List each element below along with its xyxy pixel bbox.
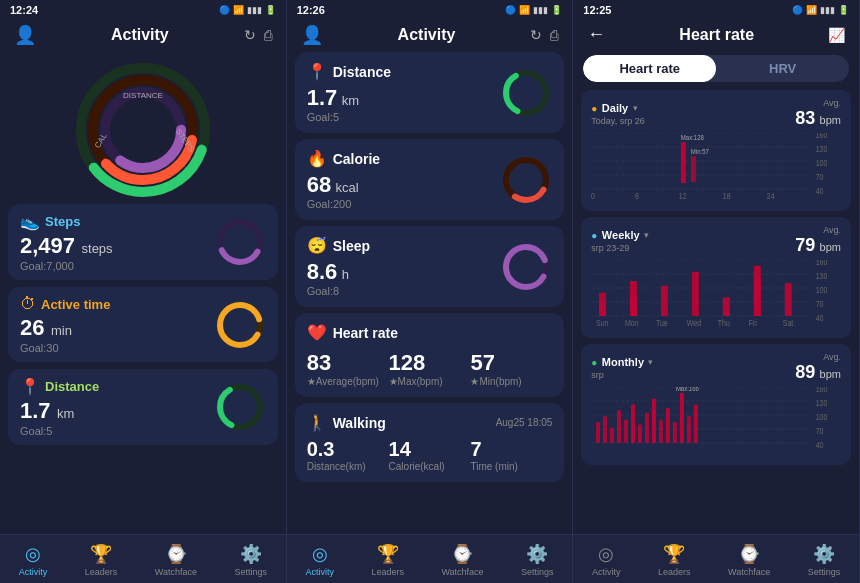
distance-card-2[interactable]: 📍 Distance 1.7 km Goal:5 — [295, 52, 565, 133]
nav-settings-1[interactable]: ⚙️ Settings — [234, 543, 267, 577]
svg-rect-73 — [603, 416, 607, 443]
svg-text:70: 70 — [816, 172, 824, 182]
steps-left: 👟 Steps 2,497 steps Goal:7,000 — [20, 212, 113, 272]
weekly-chevron[interactable]: ▾ — [644, 230, 649, 240]
heart-rate-card[interactable]: ❤️ Heart rate 83 ★Average(bpm) 128 ★Max(… — [295, 313, 565, 397]
walking-card[interactable]: 🚶 Walking Aug25 18:05 0.3 Distance(km) 1… — [295, 403, 565, 482]
steps-label: Steps — [45, 214, 80, 229]
nav-watchface-2[interactable]: ⌚ Watchface — [441, 543, 483, 577]
walk-time-label: Time (min) — [470, 461, 552, 472]
nav-activity-1[interactable]: ◎ Activity — [19, 543, 48, 577]
daily-avg-label: Avg. — [795, 98, 841, 108]
weekly-avg-unit: bpm — [820, 241, 841, 253]
back-button[interactable]: ← — [587, 24, 605, 45]
svg-text:Sun: Sun — [596, 319, 608, 329]
distance-value: 1.7 — [20, 398, 51, 423]
signal-icon: ▮▮▮ — [247, 5, 262, 15]
header-title-2: Activity — [323, 26, 531, 44]
monthly-sub: srp — [591, 370, 653, 380]
svg-rect-84 — [680, 393, 684, 443]
sleep-card[interactable]: 😴 Sleep 8.6 h Goal:8 — [295, 226, 565, 307]
signal-icon-3: ▮▮▮ — [820, 5, 835, 15]
share-icon[interactable]: ⎙ — [264, 27, 272, 43]
walk-dist-label: Distance(km) — [307, 461, 389, 472]
nav-watch-icon-3: ⌚ — [738, 543, 760, 565]
svg-rect-48 — [630, 295, 637, 316]
tab-hrv[interactable]: HRV — [716, 55, 849, 82]
nav-leaders-3[interactable]: 🏆 Leaders — [658, 543, 691, 577]
svg-text:40: 40 — [816, 186, 824, 196]
calorie-title: Calorie — [333, 151, 380, 167]
activity-ring-svg: DISTANCE CAL STEPS — [73, 60, 213, 200]
hr-min-val: 57 — [470, 350, 552, 376]
nav-act-label-3: Activity — [592, 567, 621, 577]
distance-card[interactable]: 📍 Distance 1.7 km Goal:5 — [8, 369, 278, 445]
nav-settings-2[interactable]: ⚙️ Settings — [521, 543, 554, 577]
header-title-3: Heart rate — [605, 26, 828, 44]
active-time-card[interactable]: ⏱ Active time 26 min Goal:30 — [8, 287, 278, 362]
svg-text:100: 100 — [816, 412, 828, 422]
chart-icon[interactable]: 📈 — [828, 27, 845, 43]
hr-title: Heart rate — [333, 325, 398, 341]
svg-point-12 — [220, 305, 260, 345]
nav-activity-2[interactable]: ◎ Activity — [305, 543, 334, 577]
monthly-avg-label: Avg. — [795, 352, 841, 362]
daily-avg-val: 83 — [795, 108, 815, 128]
svg-rect-76 — [624, 420, 628, 443]
nav-settings-3[interactable]: ⚙️ Settings — [808, 543, 841, 577]
monthly-label: Monthly — [602, 356, 644, 368]
bottom-nav-2: ◎ Activity 🏆 Leaders ⌚ Watchface ⚙️ Sett… — [287, 534, 573, 583]
distance-unit: km — [57, 406, 74, 421]
panel-heart-rate: 12:25 🔵 📶 ▮▮▮ 🔋 ← Heart rate 📈 Heart rat… — [573, 0, 860, 583]
sleep-ring — [500, 241, 552, 293]
weekly-chart-body: 160 130 100 70 40 Sun Mon Tue Wed Thu Fr… — [591, 260, 841, 330]
calorie-card[interactable]: 🔥 Calorie 68 kcal Goal:200 — [295, 139, 565, 220]
nav-lead-icon-2: 🏆 — [377, 543, 399, 565]
nav-watchface-3[interactable]: ⌚ Watchface — [728, 543, 770, 577]
nav-lead-icon-3: 🏆 — [663, 543, 685, 565]
active-value: 26 — [20, 315, 44, 340]
distance-title-2: Distance — [333, 64, 391, 80]
svg-rect-74 — [610, 428, 614, 443]
nav-act-icon-3: ◎ — [598, 543, 614, 565]
daily-chevron[interactable]: ▾ — [633, 103, 638, 113]
refresh-icon[interactable]: ↻ — [244, 27, 256, 43]
panel-activity-overview: 12:24 🔵 📶 ▮▮▮ 🔋 👤 Activity ↻ ⎙ — [0, 0, 287, 583]
nav-activity-3[interactable]: ◎ Activity — [592, 543, 621, 577]
wifi-icon: 📶 — [233, 5, 244, 15]
monthly-chevron[interactable]: ▾ — [648, 357, 653, 367]
refresh-icon-2[interactable]: ↻ — [530, 27, 542, 43]
steps-icon: 👟 — [20, 212, 40, 231]
share-icon-2[interactable]: ⎙ — [550, 27, 558, 43]
nav-watchface-1[interactable]: ⌚ Watchface — [155, 543, 197, 577]
status-icons-1: 🔵 📶 ▮▮▮ 🔋 — [219, 5, 276, 15]
steps-card[interactable]: 👟 Steps 2,497 steps Goal:7,000 — [8, 204, 278, 280]
hr-min-label: ★Min(bpm) — [470, 376, 552, 387]
active-mini-ring — [214, 299, 266, 351]
hr-max-label: ★Max(bpm) — [389, 376, 471, 387]
nav-set-icon-2: ⚙️ — [526, 543, 548, 565]
nav-leaders-2[interactable]: 🏆 Leaders — [371, 543, 404, 577]
svg-text:Max:128: Max:128 — [681, 134, 704, 142]
distance-goal-2: Goal:5 — [307, 111, 391, 123]
svg-text:18: 18 — [723, 192, 731, 202]
calorie-icon: 🔥 — [307, 149, 327, 168]
weekly-chart-svg: 160 130 100 70 40 Sun Mon Tue Wed Thu Fr… — [591, 260, 841, 330]
svg-rect-78 — [638, 424, 642, 443]
scroll-content-2: 📍 Distance 1.7 km Goal:5 🔥 Calorie — [287, 52, 573, 534]
distance-icon-2: 📍 — [307, 62, 327, 81]
hr-avg-val: 83 — [307, 350, 389, 376]
monthly-avg-unit: bpm — [820, 368, 841, 380]
active-label: Active time — [41, 297, 110, 312]
nav-lead-label-3: Leaders — [658, 567, 691, 577]
walk-time: 7 Time (min) — [470, 438, 552, 472]
hr-icon: ❤️ — [307, 323, 327, 342]
tab-heart-rate[interactable]: Heart rate — [583, 55, 716, 82]
status-bar-3: 12:25 🔵 📶 ▮▮▮ 🔋 — [573, 0, 859, 20]
distance-icon: 📍 — [20, 377, 40, 396]
svg-text:100: 100 — [816, 285, 828, 295]
nav-leaders-1[interactable]: 🏆 Leaders — [85, 543, 118, 577]
nav-leaders-label: Leaders — [85, 567, 118, 577]
weekly-chart: ● Weekly ▾ srp 23-29 Avg. 79 bpm — [581, 217, 851, 338]
svg-rect-85 — [687, 416, 691, 443]
